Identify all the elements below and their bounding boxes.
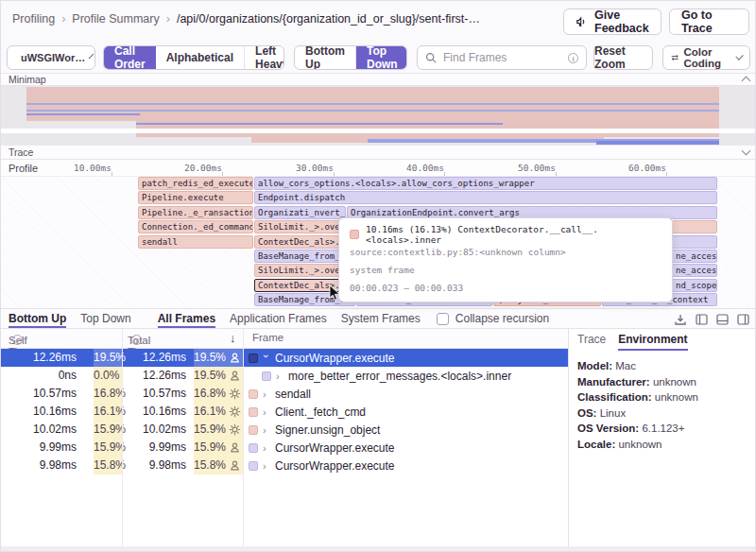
search-icon — [425, 52, 437, 63]
flame-frame[interactable] — [672, 220, 717, 233]
trace-header: Trace — [1, 145, 756, 160]
minimap-block — [136, 123, 503, 125]
total-time-value: 10.16ms — [123, 403, 190, 421]
tab-bottom-up[interactable]: Bottom Up — [9, 310, 66, 328]
minimap-canvas[interactable] — [1, 86, 756, 145]
flame-frame[interactable] — [672, 235, 717, 249]
breadcrumb-profile-summary[interactable]: Profile Summary — [72, 12, 159, 26]
axis-tickmark — [556, 172, 557, 176]
total-time-percent: 16.1% — [194, 403, 226, 421]
thread-selector[interactable]: uWSGIWor… — [7, 45, 95, 70]
flame-frame[interactable]: Connection._ed_command — [138, 220, 253, 233]
frame-name-cell[interactable]: ›CursorWrapper.execute — [245, 457, 395, 474]
self-time-value: 9.98ms — [1, 457, 80, 474]
detail-tab-environment[interactable]: Environment — [618, 333, 687, 351]
minimap-block — [26, 113, 140, 115]
tab-application-frames[interactable]: Application Frames — [230, 310, 327, 328]
table-row[interactable]: 12.26ms19.5%12.26ms19.5%›CursorWrapper.e… — [1, 349, 568, 367]
mouse-cursor — [329, 285, 341, 302]
segment-bottom-up[interactable]: Bottom Up — [295, 46, 356, 69]
chevron-down-icon — [89, 54, 94, 60]
total-time-value: 12.26ms — [123, 349, 190, 367]
go-to-trace-button[interactable]: Go to Trace — [669, 9, 749, 35]
layout-left-icon[interactable] — [696, 314, 708, 325]
frame-column-header[interactable]: Frame — [252, 332, 284, 343]
color-coding-dropdown[interactable]: Color Coding — [662, 45, 750, 70]
collapse-recursion-control[interactable]: Collapse recursion — [437, 312, 549, 325]
tab-top-down[interactable]: Top Down — [80, 310, 130, 328]
flame-frame[interactable]: ne_access — [672, 250, 717, 263]
table-row[interactable]: 0ns0.0%12.26ms19.5%›more_better_error_me… — [1, 367, 568, 385]
tab-all-frames[interactable]: All Frames — [158, 310, 215, 328]
layout-right-icon[interactable] — [737, 314, 749, 325]
frame-type-icon-cell — [226, 457, 243, 474]
axis-tickmark — [444, 172, 445, 176]
environment-list: Model: MacManufacturer: unknownClassific… — [569, 351, 756, 452]
give-feedback-button[interactable]: Give Feedback — [563, 9, 662, 35]
table-row[interactable]: 9.99ms15.9%9.99ms15.9%›CursorWrapper.exe… — [1, 439, 568, 457]
flame-frame[interactable]: ContextDec_als>.i — [254, 279, 340, 292]
flame-frame[interactable]: allow_cors_options.<locals>.allow_cors_o… — [254, 177, 717, 190]
find-frames-search[interactable]: Find Frames i — [417, 45, 587, 70]
axis-tick: 30.00ms — [296, 163, 334, 173]
segment-alphabetical[interactable]: Alphabetical — [156, 46, 245, 69]
color-coding-label: Color Coding — [683, 46, 731, 69]
tooltip-title: 10.16ms (16.13%) ContextDecorator.__call… — [366, 224, 662, 245]
self-time-value: 10.57ms — [1, 385, 80, 403]
chevron-right-icon[interactable]: › — [263, 442, 270, 454]
flame-frame[interactable]: ne_access — [672, 264, 717, 277]
chevron-right-icon[interactable]: › — [276, 371, 284, 382]
flame-frame[interactable]: nd_scopes — [672, 279, 717, 292]
frame-name-cell[interactable]: ›CursorWrapper.execute — [245, 349, 395, 367]
total-time-value: 9.99ms — [123, 439, 190, 457]
thread-selector-value: uWSGIWor… — [21, 52, 85, 63]
table-row[interactable]: 9.98ms15.8%9.98ms15.8%›CursorWrapper.exe… — [1, 457, 568, 474]
total-time-percent: 19.5% — [194, 349, 226, 367]
flame-frame[interactable]: sendall — [138, 235, 253, 249]
table-row[interactable]: 10.16ms16.1%10.16ms16.1%›Client._fetch_c… — [1, 403, 568, 421]
frame-name-cell[interactable]: ›sendall — [245, 385, 311, 403]
flame-frame[interactable]: SiloLimit._>.over — [254, 220, 340, 233]
frame-name-cell[interactable]: ›CursorWrapper.execute — [245, 439, 395, 457]
axis-tick: 40.00ms — [406, 163, 444, 173]
flame-frame[interactable]: Endpoint.dispatch — [254, 191, 717, 204]
flame-frame[interactable]: Pipeline._e_ransaction — [138, 206, 253, 219]
flame-frame[interactable]: patch_redis_ed_execute — [138, 177, 253, 190]
direction-segmented-control: Bottom Up Top Down — [294, 45, 407, 70]
minimap-block — [26, 103, 719, 105]
layout-bottom-icon[interactable] — [716, 314, 729, 325]
flame-frame[interactable]: ContextDec_als>.i — [254, 235, 340, 249]
self-time-percent: 16.8% — [94, 385, 122, 403]
chevron-right-icon[interactable]: › — [263, 406, 270, 418]
segment-left-heavy[interactable]: Left Heavy — [245, 46, 284, 69]
flame-frame[interactable]: Pipeline.execute — [138, 191, 253, 204]
flame-frame[interactable]: Organizati_nvert_args — [254, 206, 346, 219]
top-header: Profiling›Profile Summary›/api/0/organiz… — [1, 1, 756, 43]
frame-name-cell[interactable]: ›more_better_error_messages.<locals>.inn… — [245, 367, 511, 385]
segment-top-down[interactable]: Top Down — [356, 46, 407, 69]
tab-system-frames[interactable]: System Frames — [341, 310, 421, 328]
detail-tab-trace[interactable]: Trace — [577, 333, 606, 351]
sort-direction-icon[interactable]: ↓ — [230, 331, 236, 345]
chevron-right-icon[interactable]: › — [263, 460, 270, 472]
table-row[interactable]: 10.02ms15.9%10.02ms15.9%›Signer.unsign_o… — [1, 421, 568, 439]
frame-name-cell[interactable]: ›Client._fetch_cmd — [245, 403, 366, 421]
table-row[interactable]: 10.57ms16.8%10.57ms16.8%›sendall — [1, 385, 568, 403]
chevron-down-icon[interactable] — [742, 147, 751, 156]
breadcrumb-profiling[interactable]: Profiling — [12, 12, 55, 26]
segment-call-order[interactable]: Call Order — [104, 46, 156, 69]
info-icon: i — [568, 53, 578, 63]
collapse-recursion-checkbox[interactable] — [437, 313, 449, 325]
reset-zoom-button[interactable]: Reset Zoom — [593, 45, 653, 70]
chevron-up-icon[interactable] — [742, 77, 751, 86]
reset-zoom-label: Reset Zoom — [594, 44, 652, 71]
chevron-right-icon[interactable]: › — [263, 424, 270, 436]
download-icon[interactable] — [674, 313, 687, 326]
chevron-right-icon[interactable]: › — [263, 388, 270, 400]
flame-frame[interactable]: BaseManage_from_c — [254, 250, 340, 263]
chevron-down-icon[interactable]: › — [261, 354, 272, 362]
self-time-percent: 15.9% — [94, 421, 122, 439]
gear-icon — [229, 405, 241, 418]
flame-frame[interactable]: SiloLimit._>.over — [254, 264, 340, 277]
frame-name-cell[interactable]: ›Signer.unsign_object — [245, 421, 380, 439]
